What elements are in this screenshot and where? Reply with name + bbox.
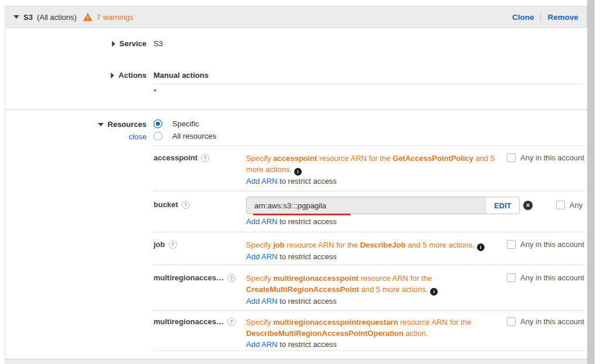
header-divider bbox=[540, 13, 541, 22]
resource-name: bucket bbox=[154, 200, 178, 209]
any-in-account-option[interactable]: Any in this account bbox=[507, 273, 584, 282]
s3-permission-header: S3 (All actions) 7 warnings Clone Remove bbox=[5, 6, 587, 28]
actions-group-title: Manual actions bbox=[154, 71, 583, 84]
row-separator bbox=[154, 265, 583, 265]
radio-option-all-resources[interactable]: All resources bbox=[154, 132, 216, 140]
checkbox-icon[interactable] bbox=[507, 317, 516, 326]
radio-label: All resources bbox=[172, 132, 216, 140]
row-separator bbox=[154, 351, 583, 351]
desc-text: Specify bbox=[246, 318, 273, 327]
help-icon[interactable] bbox=[182, 201, 190, 209]
desc-resource-type: job bbox=[273, 241, 285, 249]
resource-row-label: job bbox=[154, 240, 177, 249]
actions-label: Actions bbox=[118, 71, 146, 80]
checkbox-icon[interactable] bbox=[507, 153, 516, 162]
service-value: S3 bbox=[154, 39, 163, 48]
resource-row-label: multiregionacces… bbox=[154, 273, 236, 282]
radio-selected-icon[interactable] bbox=[154, 119, 162, 128]
desc-action-name: DescribeMultiRegionAccessPointOperation bbox=[246, 329, 404, 338]
add-arn-link[interactable]: Add ARN bbox=[246, 340, 277, 349]
desc-resource-type: accesspoint bbox=[273, 154, 317, 163]
actions-section-label[interactable]: Actions bbox=[111, 71, 146, 80]
warnings-link[interactable]: 7 warnings bbox=[97, 13, 134, 22]
desc-text: action. bbox=[404, 329, 428, 338]
checkbox-label: Any in this account bbox=[520, 317, 584, 326]
checkbox-label: Any in this account bbox=[520, 153, 584, 162]
add-arn-link[interactable]: Add ARN bbox=[246, 217, 277, 226]
resources-close-link[interactable]: close bbox=[129, 132, 146, 141]
desc-action-name: CreateMultiRegionAccessPoint bbox=[246, 285, 359, 294]
add-arn-link[interactable]: Add ARN bbox=[246, 177, 277, 186]
add-arn-line: Add ARN to restrict access bbox=[246, 217, 337, 226]
restrict-text: to restrict access bbox=[277, 252, 336, 261]
add-arn-link[interactable]: Add ARN bbox=[246, 297, 277, 305]
header-qualifier: (All actions) bbox=[37, 13, 77, 22]
desc-resource-type: multiregionaccesspointrequestarn bbox=[273, 318, 398, 327]
expand-caret-icon[interactable] bbox=[112, 41, 115, 47]
section-divider bbox=[5, 109, 587, 110]
radio-unselected-icon[interactable] bbox=[154, 132, 162, 140]
resource-row-description: Specify multiregionaccesspoint resource … bbox=[246, 273, 511, 307]
resources-section-label[interactable]: Resources bbox=[98, 120, 146, 129]
remove-button[interactable]: Remove bbox=[547, 13, 578, 22]
checkbox-icon[interactable] bbox=[507, 240, 516, 249]
resource-name: multiregionacces… bbox=[154, 273, 224, 282]
desc-text: resource ARN for the bbox=[398, 318, 471, 327]
radio-option-specific[interactable]: Specific bbox=[154, 119, 199, 128]
row-separator bbox=[154, 310, 583, 311]
actions-value: * bbox=[154, 87, 156, 96]
restrict-text: to restrict access bbox=[277, 217, 336, 226]
resource-row-label: bucket bbox=[154, 200, 190, 209]
checkbox-label: Any in this account bbox=[520, 273, 584, 282]
resource-row-label: accesspoint bbox=[154, 153, 209, 162]
add-arn-line: Add ARN to restrict access bbox=[246, 339, 511, 350]
info-icon[interactable] bbox=[477, 243, 485, 251]
header-service-name: S3 bbox=[23, 13, 33, 22]
radio-label: Specific bbox=[172, 119, 199, 128]
bucket-arn-field[interactable]: arn:aws:s3:::pgpagila EDIT bbox=[246, 197, 520, 214]
resource-name: accesspoint bbox=[154, 153, 197, 162]
desc-text: Specify bbox=[246, 241, 273, 249]
desc-text: Specify bbox=[246, 274, 273, 283]
desc-text: resource ARN for the bbox=[317, 154, 393, 163]
collapse-caret-icon[interactable] bbox=[13, 15, 19, 19]
help-icon[interactable] bbox=[169, 241, 177, 249]
remove-arn-icon[interactable] bbox=[523, 201, 533, 210]
row-separator bbox=[154, 232, 583, 232]
collapse-caret-icon[interactable] bbox=[98, 123, 104, 126]
desc-action-name: GetAccessPointPolicy bbox=[393, 154, 473, 163]
edit-arn-button[interactable]: EDIT bbox=[486, 197, 519, 214]
restrict-text: to restrict access bbox=[277, 340, 336, 349]
restrict-text: to restrict access bbox=[277, 297, 336, 305]
add-arn-line: Add ARN to restrict access bbox=[246, 176, 511, 187]
add-arn-line: Add ARN to restrict access bbox=[246, 251, 511, 262]
row-separator bbox=[154, 191, 583, 191]
warning-triangle-icon bbox=[83, 13, 93, 21]
any-option[interactable]: Any bbox=[556, 201, 582, 210]
arn-value: arn:aws:s3:::pgpagila bbox=[247, 201, 486, 210]
help-icon[interactable] bbox=[227, 318, 236, 326]
info-icon[interactable] bbox=[294, 168, 302, 176]
help-icon[interactable] bbox=[201, 154, 209, 162]
any-in-account-option[interactable]: Any in this account bbox=[507, 153, 584, 162]
expand-caret-icon[interactable] bbox=[111, 73, 114, 78]
info-icon[interactable] bbox=[430, 288, 438, 296]
desc-resource-type: multiregionaccesspoint bbox=[273, 274, 359, 283]
any-in-account-option[interactable]: Any in this account bbox=[507, 317, 584, 326]
checkbox-icon[interactable] bbox=[507, 273, 516, 282]
desc-text: and 5 more actions. bbox=[359, 285, 430, 294]
resource-row-description: Specify accesspoint resource ARN for the… bbox=[246, 153, 511, 187]
resource-row-label: multiregionacces… bbox=[154, 317, 236, 326]
desc-text: and 5 more actions. bbox=[405, 241, 476, 249]
desc-action-name: DescribeJob bbox=[360, 241, 405, 249]
resource-name: multiregionacces… bbox=[154, 317, 224, 326]
row-separator bbox=[154, 145, 583, 146]
add-arn-link[interactable]: Add ARN bbox=[246, 252, 277, 261]
vertical-scrollbar[interactable] bbox=[587, 0, 595, 364]
clone-button[interactable]: Clone bbox=[512, 13, 534, 22]
restrict-text: to restrict access bbox=[277, 177, 336, 186]
help-icon[interactable] bbox=[227, 274, 236, 282]
any-in-account-option[interactable]: Any in this account bbox=[507, 240, 584, 249]
checkbox-icon[interactable] bbox=[556, 201, 565, 210]
service-section-label[interactable]: Service bbox=[112, 39, 146, 48]
